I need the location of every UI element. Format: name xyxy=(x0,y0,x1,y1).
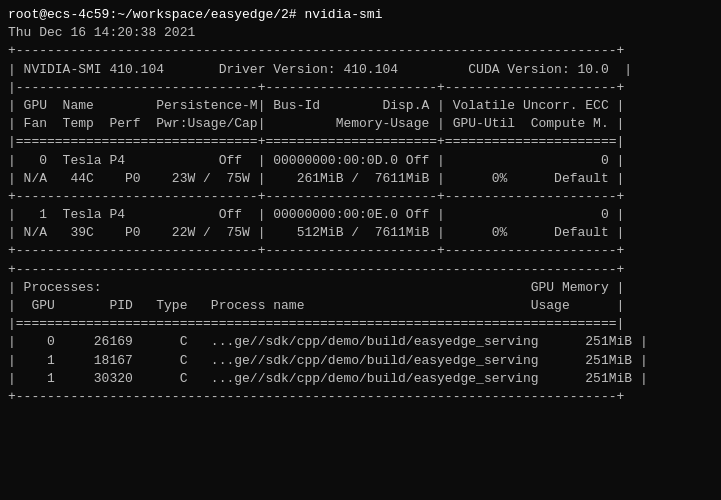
terminal-window: root@ecs-4c59:~/workspace/easyedge/2# nv… xyxy=(0,0,721,500)
header-fan: | Fan Temp Perf Pwr:Usage/Cap| Memory-Us… xyxy=(8,115,713,133)
proc-header1: | Processes: GPU Memory | xyxy=(8,279,713,297)
proc-row-0: | 0 26169 C ...ge//sdk/cpp/demo/build/ea… xyxy=(8,333,713,351)
separator-bot: +-------------------------------+-------… xyxy=(8,242,713,260)
separator-mid2: +-------------------------------+-------… xyxy=(8,188,713,206)
gpu0-line1: | 0 Tesla P4 Off | 00000000:00:0D.0 Off … xyxy=(8,152,713,170)
separator-mid1: |-------------------------------+-------… xyxy=(8,79,713,97)
gpu1-line1: | 1 Tesla P4 Off | 00000000:00:0E.0 Off … xyxy=(8,206,713,224)
gpu0-line2: | N/A 44C P0 23W / 75W | 261MiB / 7611Mi… xyxy=(8,170,713,188)
prompt-line: root@ecs-4c59:~/workspace/easyedge/2# nv… xyxy=(8,6,713,24)
proc-header2: | GPU PID Type Process name Usage | xyxy=(8,297,713,315)
gpu1-line2: | N/A 39C P0 22W / 75W | 512MiB / 7611Mi… xyxy=(8,224,713,242)
header-smi: | NVIDIA-SMI 410.104 Driver Version: 410… xyxy=(8,61,713,79)
separator-top: +---------------------------------------… xyxy=(8,42,713,60)
separator-proc-bot: +---------------------------------------… xyxy=(8,388,713,406)
proc-separator: |=======================================… xyxy=(8,315,713,333)
proc-row-2: | 1 30320 C ...ge//sdk/cpp/demo/build/ea… xyxy=(8,370,713,388)
separator-proc-top: +---------------------------------------… xyxy=(8,261,713,279)
datetime-line: Thu Dec 16 14:20:38 2021 xyxy=(8,24,713,42)
header-gpu: | GPU Name Persistence-M| Bus-Id Disp.A … xyxy=(8,97,713,115)
proc-row-1: | 1 18167 C ...ge//sdk/cpp/demo/build/ea… xyxy=(8,352,713,370)
separator-eq1: |===============================+=======… xyxy=(8,133,713,151)
